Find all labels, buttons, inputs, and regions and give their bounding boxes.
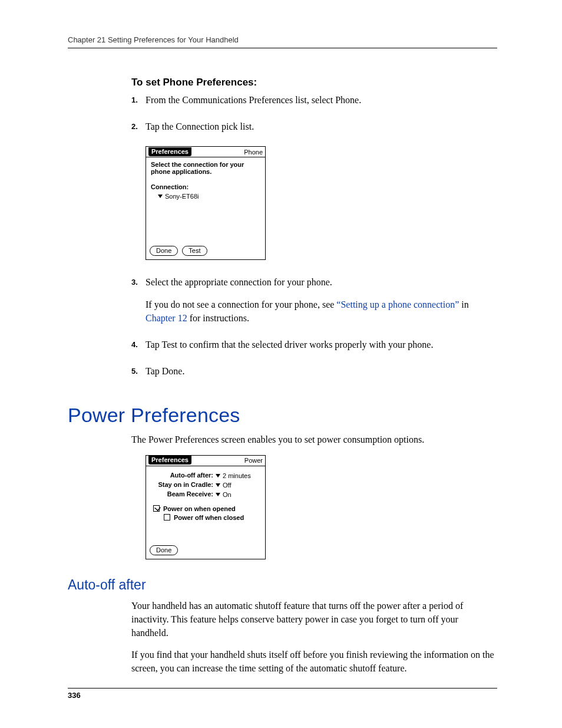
connection-label: Connection: (151, 183, 260, 190)
row-value: On (223, 491, 232, 498)
step-number: 3. (131, 275, 146, 332)
titlebar-tab[interactable]: Preferences (148, 147, 191, 156)
step-text: Select the appropriate connection for yo… (146, 275, 497, 289)
stay-on-cradle-row: Stay on in Cradle: Off (151, 481, 260, 489)
done-button[interactable]: Done (150, 246, 178, 256)
auto-off-picklist[interactable]: 2 minutes (216, 472, 251, 479)
phone-preferences-screenshot: Preferences Phone Select the connection … (146, 146, 266, 260)
document-page: Chapter 21 Setting Preferences for Your … (0, 0, 562, 728)
step-text: From the Communications Preferences list… (146, 93, 497, 107)
power-off-closed-row: Power off when closed (151, 514, 260, 521)
button-row: Done Test (146, 246, 265, 259)
step-number: 2. (131, 120, 146, 140)
row-value: 2 minutes (223, 472, 251, 479)
note-text: If you do not see a connection for your … (146, 299, 336, 309)
step-1: 1. From the Communications Preferences l… (131, 93, 497, 114)
auto-off-row: Auto-off after: 2 minutes (151, 472, 260, 479)
step-number: 1. (131, 93, 146, 114)
step-2: 2. Tap the Connection pick list. (131, 120, 497, 140)
screenshot-body: Auto-off after: 2 minutes Stay on in Cra… (146, 466, 265, 545)
note-text: in (459, 299, 468, 309)
body-paragraph: Your handheld has an automatic shutoff f… (131, 599, 497, 640)
step-5: 5. Tap Done. (131, 364, 497, 385)
link-phone-connection[interactable]: “Setting up a phone connection” (336, 299, 459, 309)
dropdown-triangle-icon (216, 483, 220, 487)
row-label: Beam Receive: (151, 490, 216, 498)
row-label: Auto-off after: (151, 472, 216, 479)
test-button[interactable]: Test (182, 246, 207, 256)
dropdown-triangle-icon (158, 195, 163, 198)
beam-receive-row: Beam Receive: On (151, 490, 260, 498)
power-on-opened-checkbox[interactable] (153, 505, 160, 512)
section-heading-power-preferences: Power Preferences (68, 404, 497, 427)
instruction-text: Select the connection for your phone app… (151, 161, 260, 175)
step-4: 4. Tap Test to confirm that the selected… (131, 338, 497, 358)
connection-picklist[interactable]: Sony-ET68i (158, 193, 199, 200)
titlebar: Preferences Power (146, 456, 265, 466)
category-picker[interactable]: Power (244, 457, 263, 464)
titlebar-tab[interactable]: Preferences (148, 456, 191, 465)
body-paragraph: If you find that your handheld shuts its… (131, 648, 497, 675)
connection-value: Sony-ET68i (165, 193, 199, 200)
step-3: 3. Select the appropriate connection for… (131, 275, 497, 332)
screenshot-body: Select the connection for your phone app… (146, 157, 265, 246)
page-number: 336 (68, 688, 497, 700)
step-text: Tap the Connection pick list. (146, 120, 497, 133)
step-number: 5. (131, 364, 146, 385)
checkbox-label: Power on when opened (163, 505, 236, 512)
power-on-opened-row: Power on when opened (151, 505, 260, 512)
note-text: for instructions. (187, 313, 249, 323)
titlebar: Preferences Phone (146, 147, 265, 157)
row-label: Stay on in Cradle: (151, 481, 216, 488)
section-intro: The Power Preferences screen enables you… (131, 433, 497, 446)
link-chapter-12[interactable]: Chapter 12 (146, 313, 187, 323)
step-note: If you do not see a connection for your … (146, 298, 497, 325)
step-text: Tap Done. (146, 364, 497, 378)
category-picker[interactable]: Phone (244, 149, 263, 156)
stay-on-cradle-picklist[interactable]: Off (216, 482, 231, 489)
running-header: Chapter 21 Setting Preferences for Your … (68, 35, 497, 48)
power-preferences-screenshot: Preferences Power Auto-off after: 2 minu… (146, 455, 266, 559)
procedure-heading: To set Phone Preferences: (131, 77, 497, 88)
step-text: Tap Test to confirm that the selected dr… (146, 338, 497, 351)
row-value: Off (223, 482, 231, 489)
subsection-heading-auto-off: Auto-off after (68, 577, 497, 593)
dropdown-triangle-icon (216, 493, 220, 496)
main-content: To set Phone Preferences: 1. From the Co… (131, 77, 497, 675)
header-rule (68, 48, 497, 48)
done-button[interactable]: Done (150, 545, 178, 555)
power-off-closed-checkbox[interactable] (164, 514, 170, 521)
button-row: Done (146, 545, 265, 559)
dropdown-triangle-icon (216, 474, 220, 477)
step-number: 4. (131, 338, 146, 358)
beam-receive-picklist[interactable]: On (216, 491, 232, 498)
checkbox-label: Power off when closed (174, 514, 244, 521)
